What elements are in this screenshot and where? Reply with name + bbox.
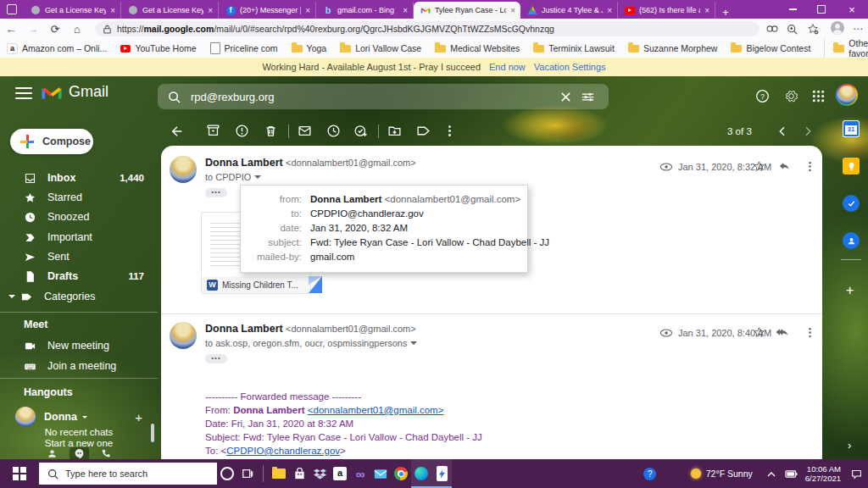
start-button[interactable]: [0, 459, 39, 488]
chrome-icon[interactable]: [391, 459, 411, 488]
older-conversation-icon[interactable]: [801, 125, 816, 140]
amazon-app-icon[interactable]: a: [330, 459, 350, 488]
end-now-link[interactable]: End now: [489, 62, 526, 72]
move-to-icon[interactable]: [387, 124, 403, 139]
tab-close-icon[interactable]: ×: [510, 6, 515, 15]
mail-app-icon[interactable]: [370, 459, 391, 488]
new-tab-button[interactable]: +: [715, 6, 736, 19]
show-trimmed-content[interactable]: •••: [205, 354, 227, 363]
star-toggle-icon[interactable]: [753, 326, 765, 339]
hamburger-menu-icon[interactable]: [15, 87, 32, 99]
star-toggle-icon[interactable]: [753, 160, 765, 173]
tab-close-icon[interactable]: ×: [208, 6, 213, 15]
report-spam-icon[interactable]: [235, 124, 250, 139]
show-trimmed-content[interactable]: •••: [205, 188, 227, 197]
browser-tab[interactable]: (562) Is there life after...×: [618, 2, 715, 19]
taskbar-search[interactable]: Type here to search: [39, 463, 217, 485]
bookmark-folder[interactable]: Suzanne Morphew: [628, 43, 718, 53]
bookmark-item[interactable]: aAmazon com – Onli...: [7, 43, 107, 54]
hangouts-tab-icon[interactable]: [70, 447, 89, 460]
sidebar-item-drafts[interactable]: Drafts117: [0, 267, 158, 286]
attachment-bar[interactable]: W Missing Children T...: [202, 276, 310, 293]
forward-icon[interactable]: →: [22, 23, 44, 36]
apps-grid-icon[interactable]: [807, 85, 829, 107]
back-to-list-icon[interactable]: [170, 124, 185, 139]
settings-gear-icon[interactable]: [780, 85, 802, 107]
compose-button[interactable]: Compose: [10, 129, 93, 154]
account-avatar[interactable]: [836, 84, 858, 106]
contacts-tab-icon[interactable]: [47, 448, 58, 459]
browser-tab-active[interactable]: Tylee Ryan Case - Lori×: [414, 2, 520, 19]
browser-tab[interactable]: Get a License Key - D...×: [121, 2, 219, 19]
from-email-link[interactable]: <donnalambert01@gmail.com>: [308, 405, 444, 415]
refresh-icon[interactable]: ⟳: [44, 23, 66, 36]
bookmark-folder[interactable]: Yoga: [292, 43, 327, 53]
more-options-icon[interactable]: [442, 124, 458, 139]
to-email-link[interactable]: CPDPIO@chandleraz.gov: [226, 446, 340, 456]
browser-tab[interactable]: bgmail.com - Bing×: [316, 2, 414, 19]
edge-icon[interactable]: [411, 459, 431, 488]
address-bar[interactable]: https://mail.google.com/mail/u/0/#search…: [95, 21, 760, 36]
clock[interactable]: 10:06 AM6/27/2021: [805, 464, 841, 483]
new-chat-plus-icon[interactable]: +: [135, 410, 142, 424]
close-button[interactable]: ×: [836, 0, 868, 19]
help-icon[interactable]: ?: [751, 85, 773, 107]
sidebar-item-join-meeting[interactable]: Join a meeting: [0, 357, 158, 375]
tab-close-icon[interactable]: ×: [403, 6, 408, 15]
labels-icon[interactable]: [416, 124, 431, 139]
zoom-icon[interactable]: [787, 24, 807, 35]
get-help-icon[interactable]: ?: [640, 459, 660, 488]
sidebar-item-categories[interactable]: Categories: [0, 287, 158, 306]
dropbox-icon[interactable]: [309, 459, 330, 488]
weather-text[interactable]: 72°F Sunny: [706, 469, 753, 479]
infinity-app-icon[interactable]: ∞: [350, 459, 370, 488]
tasks-panel-icon[interactable]: [843, 195, 860, 212]
reply-all-icon[interactable]: [775, 326, 790, 339]
search-input[interactable]: rpd@rexburg.org: [191, 91, 554, 103]
collections-icon[interactable]: [766, 25, 787, 33]
bookmark-folder[interactable]: Bigelow Contest: [731, 43, 810, 53]
action-center-icon[interactable]: [846, 459, 866, 488]
recipients-line[interactable]: to ask.osp, oregon.sfm, oucr, ospmissing…: [205, 338, 417, 348]
message-more-icon[interactable]: [804, 326, 816, 339]
details-caret-icon[interactable]: [410, 341, 417, 345]
weather-sun-icon[interactable]: [686, 459, 706, 488]
mail-search-box[interactable]: rpd@rexburg.org: [158, 84, 609, 109]
task-view-icon[interactable]: [237, 459, 258, 488]
vacation-settings-link[interactable]: Vacation Settings: [534, 62, 606, 72]
hide-panel-chevron-icon[interactable]: ›: [848, 439, 851, 452]
tab-close-icon[interactable]: ×: [704, 6, 709, 15]
keep-panel-icon[interactable]: [843, 158, 860, 175]
minimize-button[interactable]: [778, 0, 807, 19]
bookmark-folder[interactable]: Lori Vallow Case: [340, 43, 421, 53]
contacts-panel-icon[interactable]: [843, 232, 860, 249]
snooze-icon[interactable]: [326, 124, 342, 139]
browser-tab[interactable]: Justice 4 Tylee & JJ - G...×: [520, 2, 618, 19]
details-caret-icon[interactable]: [254, 175, 261, 179]
profile-icon[interactable]: [827, 21, 848, 37]
clear-search-icon[interactable]: [554, 86, 576, 108]
browser-tab[interactable]: Get a License Key - D...×: [24, 2, 121, 19]
get-addons-plus-icon[interactable]: +: [846, 283, 854, 298]
sidebar-item-snoozed[interactable]: Snoozed: [0, 208, 158, 226]
microsoft-store-icon[interactable]: [289, 459, 309, 488]
browser-tab[interactable]: f(20+) Messenger | Fac...×: [219, 2, 316, 19]
reply-icon[interactable]: [778, 160, 791, 173]
search-filter-icon[interactable]: [576, 86, 598, 108]
bookmark-folder[interactable]: Terminix Lawsuit: [533, 43, 615, 53]
other-favorites[interactable]: Other favorites: [824, 38, 868, 58]
tab-actions-icon[interactable]: [0, 0, 24, 19]
more-menu-icon[interactable]: ⋯: [848, 23, 868, 35]
home-icon[interactable]: ⌂: [66, 23, 88, 36]
tab-close-icon[interactable]: ×: [305, 6, 310, 15]
favorites-star-icon[interactable]: [807, 23, 827, 35]
phone-tab-icon[interactable]: [101, 448, 112, 459]
calendar-panel-icon[interactable]: 31: [843, 120, 860, 137]
back-icon[interactable]: ←: [0, 23, 22, 36]
file-explorer-icon[interactable]: [269, 459, 289, 488]
lightning-app-icon[interactable]: [431, 459, 452, 488]
bookmark-item[interactable]: YouTube Home: [120, 43, 196, 53]
message-more-icon[interactable]: [804, 160, 816, 173]
maximize-button[interactable]: [807, 0, 836, 19]
newer-conversation-icon[interactable]: [776, 125, 791, 140]
